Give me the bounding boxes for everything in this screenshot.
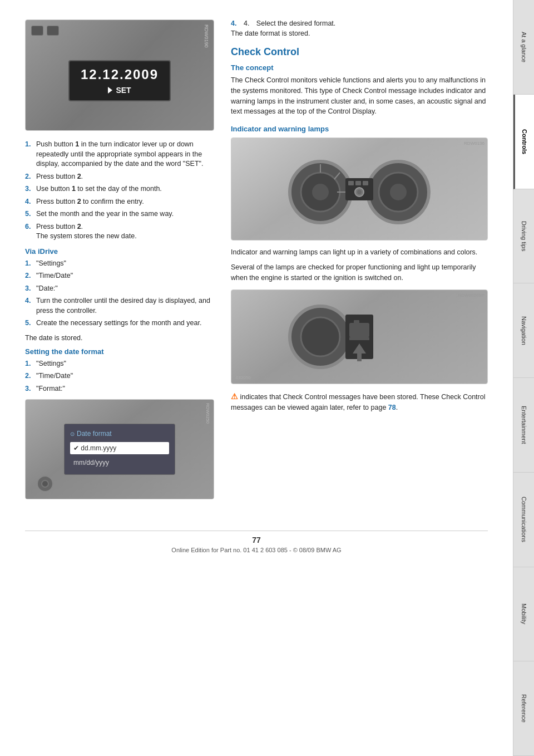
idrive-step-1: 1. "Settings" [25,259,214,269]
svg-rect-22 [357,352,362,361]
step-4: 4. Press button 2 to confirm the entry. [25,197,214,207]
format-steps-list: 1. "Settings" 2. "Time/Date" 3. "Format:… [25,359,214,394]
svg-point-8 [390,184,407,200]
step-2: 2. Press button 2. [25,172,214,182]
sidebar: At a glance Controls Driving tips Naviga… [513,0,534,756]
svg-point-2 [312,184,329,200]
sidebar-tab-mobility[interactable]: Mobility [513,567,534,662]
indicator-text2: Several of the lamps are checked for pro… [231,262,488,283]
step-1: 1. Push button 1 in the turn indicator l… [25,140,214,169]
svg-rect-12 [363,181,368,185]
date-stored-text: The date is stored. [25,334,214,342]
dashboard-svg-1 [281,148,437,231]
format-step-2: 2. "Time/Date" [25,371,214,381]
format-title: Date format [77,430,112,438]
page-footer: 77 Online Edition for Part no. 01 41 2 6… [25,531,488,553]
date-display: 12.12.2009 [81,67,159,82]
sidebar-tab-navigation[interactable]: Navigation [513,283,534,378]
sidebar-tab-label: Driving tips [521,221,527,251]
warning-description: indicates that Check Control messages ha… [231,393,485,411]
svg-marker-20 [349,337,369,340]
concept-text: The Check Control monitors vehicle funct… [231,75,488,117]
format-step-3: 3. "Format:" [25,384,214,394]
format-option-2: mm/dd/yyyy [70,456,169,469]
step-6: 6. Press button 2.The system stores the … [25,222,214,242]
via-idrive-heading: Via iDrive [25,247,214,256]
step-3: 3. Use button 1 to set the day of the mo… [25,184,214,194]
warning-light-svg [281,298,437,376]
indicator-text1: Indicator and warning lamps can light up… [231,247,488,258]
sidebar-tab-label: Communications [521,497,527,542]
page-number: 77 [25,536,488,544]
set-label: SET [116,86,131,95]
sidebar-tab-driving-tips[interactable]: Driving tips [513,189,534,284]
footer-text: Online Edition for Part no. 01 41 2 603 … [25,547,488,553]
svg-rect-10 [348,181,354,185]
sidebar-tab-label: Mobility [521,603,527,624]
idrive-step-5: 5. Create the necessary settings for the… [25,318,214,328]
format-option-1: ✔ dd.mm.yyyy [70,442,169,454]
sidebar-tab-at-a-glance[interactable]: At a glance [513,0,534,95]
via-idrive-list: 1. "Settings" 2. "Time/Date" 3. "Date:" … [25,259,214,328]
idrive-step-2: 2. "Time/Date" [25,271,214,281]
svg-rect-18 [349,323,369,337]
right-step-4: 4. 4. Select the desired format. [231,19,488,27]
svg-point-16 [301,317,340,356]
format-stored-text: The date format is stored. [231,30,488,37]
warning-text-block: ⚠ indicates that Check Control messages … [231,391,488,413]
sidebar-tab-controls[interactable]: Controls [513,95,534,189]
sidebar-tab-label: Entertainment [521,406,527,444]
concept-heading: The concept [231,63,488,72]
setting-format-heading: Setting the date format [25,347,214,356]
sidebar-tab-label: At a glance [521,32,527,62]
warning-triangle-symbol: ⚠ [231,392,238,401]
svg-rect-19 [354,320,359,325]
dashboard-image-1: RDW0136 [231,138,488,240]
indicator-heading: Indicator and warning lamps [231,125,488,133]
svg-point-14 [357,190,362,194]
sidebar-tab-label: Controls [521,129,528,154]
display-screen-image: 12.12.2009 SET RDW0190 [25,19,214,131]
sidebar-tab-reference[interactable]: Reference [513,661,534,756]
sidebar-tab-entertainment[interactable]: Entertainment [513,378,534,473]
sidebar-tab-label: Navigation [521,316,527,345]
format-step-1: 1. "Settings" [25,359,214,369]
idrive-step-3: 3. "Date:" [25,284,214,294]
check-control-heading: Check Control [231,46,488,58]
warning-light-image: 032050 RDW0026SP [231,289,488,384]
sidebar-tab-label: Reference [521,694,527,723]
idrive-step-4: 4. Turn the controller until the desired… [25,296,214,316]
main-steps-list: 1. Push button 1 in the turn indicator l… [25,140,214,242]
format-screen-image: ⊙ Date format ✔ dd.mm.yyyy mm/dd/yyyy RD… [25,399,214,499]
step-5: 5. Set the month and the year in the sam… [25,209,214,219]
page-reference-link[interactable]: 78 [388,404,396,411]
sidebar-tab-communications[interactable]: Communications [513,473,534,567]
svg-rect-11 [355,181,361,185]
